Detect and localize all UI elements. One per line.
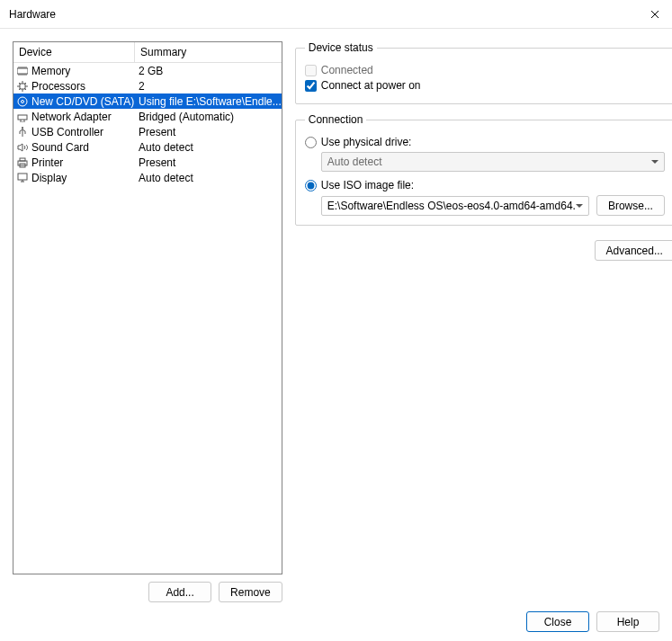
iso-path-select[interactable]: E:\Software\Endless OS\eos-eos4.0-amd64-…: [321, 196, 589, 216]
device-status-group: Device status Connected Connect at power…: [295, 41, 672, 104]
close-icon[interactable]: [638, 0, 672, 29]
power-on-label[interactable]: Connect at power on: [321, 79, 421, 92]
svg-rect-9: [18, 174, 27, 180]
device-status-legend: Device status: [305, 41, 377, 54]
device-name: Memory: [31, 65, 70, 77]
table-row[interactable]: Network AdapterBridged (Automatic): [13, 109, 282, 124]
left-panel: Device Summary Memory2 GBProcessors2New …: [13, 41, 282, 602]
display-icon: [16, 172, 29, 184]
table-body: Memory2 GBProcessors2New CD/DVD (SATA)Us…: [13, 63, 282, 185]
network-icon: [16, 111, 29, 123]
connection-group: Connection Use physical drive: Auto dete…: [295, 113, 672, 226]
device-name: Network Adapter: [31, 111, 112, 123]
table-row[interactable]: PrinterPresent: [13, 155, 282, 170]
device-summary: 2 GB: [135, 65, 282, 77]
power-on-row: Connect at power on: [305, 79, 665, 92]
power-on-checkbox[interactable]: [305, 80, 317, 92]
physical-drive-sub: Auto detect: [321, 152, 665, 172]
right-panel: Device status Connected Connect at power…: [295, 41, 672, 602]
iso-label[interactable]: Use ISO image file:: [321, 179, 414, 191]
window-title: Hardware: [9, 8, 638, 21]
iso-row: Use ISO image file:: [305, 179, 665, 191]
advanced-button[interactable]: Advanced...: [595, 240, 672, 261]
physical-drive-label[interactable]: Use physical drive:: [321, 136, 412, 148]
iso-radio[interactable]: [305, 180, 317, 191]
help-button[interactable]: Help: [596, 611, 659, 632]
svg-rect-0: [17, 68, 28, 74]
connection-legend: Connection: [305, 113, 367, 126]
physical-drive-row: Use physical drive:: [305, 136, 665, 148]
add-button[interactable]: Add...: [148, 582, 211, 602]
iso-path-value: E:\Software\Endless OS\eos-eos4.0-amd64-…: [327, 200, 576, 212]
chevron-down-icon: [651, 160, 659, 164]
table-row[interactable]: DisplayAuto detect: [13, 170, 282, 185]
table-row[interactable]: USB ControllerPresent: [13, 124, 282, 139]
physical-drive-value: Auto detect: [327, 156, 382, 168]
device-table: Device Summary Memory2 GBProcessors2New …: [13, 41, 282, 574]
device-name: USB Controller: [31, 126, 103, 138]
connected-checkbox[interactable]: [305, 65, 317, 76]
device-summary: Auto detect: [135, 172, 282, 184]
svg-point-5: [22, 127, 23, 129]
device-name: New CD/DVD (SATA): [31, 95, 134, 108]
device-summary: Auto detect: [135, 141, 282, 154]
close-button[interactable]: Close: [526, 611, 589, 632]
column-device[interactable]: Device: [13, 42, 135, 62]
printer-icon: [16, 156, 29, 169]
connected-label[interactable]: Connected: [321, 64, 373, 76]
table-row[interactable]: New CD/DVD (SATA)Using file E:\Software\…: [13, 93, 282, 109]
device-name: Sound Card: [31, 141, 89, 154]
column-summary[interactable]: Summary: [135, 42, 282, 62]
memory-icon: [16, 65, 29, 77]
physical-drive-select[interactable]: Auto detect: [321, 152, 665, 172]
iso-sub: E:\Software\Endless OS\eos-eos4.0-amd64-…: [321, 195, 665, 216]
usb-icon: [16, 126, 29, 138]
svg-rect-4: [18, 115, 27, 120]
device-name: Display: [31, 172, 67, 184]
remove-button[interactable]: Remove: [219, 582, 282, 602]
device-summary: Present: [135, 156, 282, 169]
connected-row: Connected: [305, 64, 665, 76]
advanced-row: Advanced...: [295, 240, 672, 261]
table-row[interactable]: Processors2: [13, 78, 282, 93]
device-summary: 2: [135, 80, 282, 93]
browse-button[interactable]: Browse...: [596, 195, 665, 216]
table-row[interactable]: Memory2 GB: [13, 63, 282, 78]
device-summary: Bridged (Automatic): [135, 111, 282, 123]
sound-icon: [16, 141, 29, 154]
svg-point-2: [18, 97, 27, 106]
table-buttons: Add... Remove: [13, 582, 282, 602]
footer-buttons: Close Help: [526, 611, 659, 632]
table-header: Device Summary: [13, 42, 282, 63]
processors-icon: [16, 80, 29, 93]
table-row[interactable]: Sound CardAuto detect: [13, 139, 282, 155]
device-name: Processors: [31, 80, 85, 93]
physical-drive-radio[interactable]: [305, 137, 317, 148]
svg-point-3: [22, 100, 24, 102]
device-summary: Using file E:\Software\Endle...: [135, 95, 282, 108]
titlebar: Hardware: [0, 0, 672, 29]
device-summary: Present: [135, 126, 282, 138]
chevron-down-icon: [576, 204, 583, 208]
content-area: Device Summary Memory2 GBProcessors2New …: [0, 29, 672, 602]
device-name: Printer: [31, 156, 63, 169]
cd-icon: [16, 95, 29, 108]
